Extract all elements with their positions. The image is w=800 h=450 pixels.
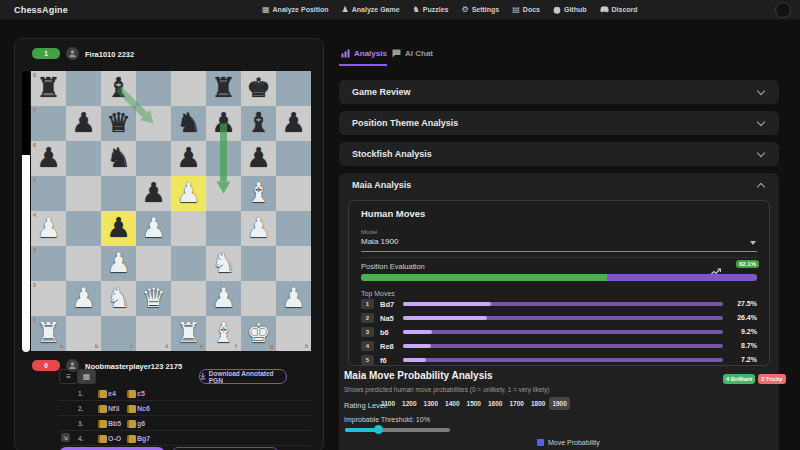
rating-button-1200[interactable]: 1200 (399, 397, 419, 410)
black-move[interactable]: Nc6 (137, 405, 150, 412)
board-square[interactable] (66, 71, 101, 106)
top-move-row[interactable]: 5f67.2% (361, 355, 757, 367)
board-square[interactable] (66, 176, 101, 211)
highlighted-square[interactable] (171, 176, 206, 211)
white-move[interactable]: e4 (108, 390, 116, 397)
board-square[interactable] (101, 246, 136, 281)
board-square[interactable] (31, 281, 66, 316)
board-square[interactable] (276, 106, 311, 141)
board-square[interactable] (276, 141, 311, 176)
chess-board[interactable]: 87654321abcdefgh♜♝♜♚♟♛♞♟♝♟♟♞♟♟♟♟♝♟♟♟♟♟♞♟… (31, 71, 311, 351)
board-square[interactable] (136, 106, 171, 141)
threshold-slider-thumb[interactable] (374, 425, 383, 434)
rating-button-1900[interactable]: 1900 (549, 397, 569, 410)
board-square[interactable] (171, 141, 206, 176)
board-square[interactable] (136, 281, 171, 316)
board-square[interactable] (31, 211, 66, 246)
nav-item-discord[interactable]: Discord (600, 6, 638, 13)
rating-button-1100[interactable]: 1100 (378, 397, 398, 410)
accordion-position-theme[interactable]: Position Theme Analysis (339, 111, 779, 135)
board-square[interactable] (206, 246, 241, 281)
top-move-row[interactable]: 3b69.2% (361, 327, 757, 339)
accordion-game-review[interactable]: Game Review (339, 80, 779, 104)
rating-button-1700[interactable]: 1700 (506, 397, 526, 410)
nav-item-analyze-position[interactable]: ▦Analyze Position (262, 6, 329, 14)
board-square[interactable] (206, 281, 241, 316)
board-square[interactable] (101, 71, 136, 106)
rating-button-1800[interactable]: 1800 (528, 397, 548, 410)
user-avatar[interactable] (775, 2, 791, 18)
board-square[interactable] (276, 281, 311, 316)
black-move[interactable]: c5 (137, 390, 145, 397)
board-square[interactable] (241, 211, 276, 246)
board-square[interactable] (276, 246, 311, 281)
top-move-row[interactable]: 2Na526.4% (361, 313, 757, 325)
board-square[interactable] (171, 281, 206, 316)
board-square[interactable] (31, 141, 66, 176)
board-square[interactable] (206, 176, 241, 211)
board-square[interactable] (171, 246, 206, 281)
board-square[interactable] (241, 176, 276, 211)
board-square[interactable] (276, 176, 311, 211)
board-square[interactable] (66, 211, 101, 246)
board-square[interactable] (31, 71, 66, 106)
board-square[interactable] (136, 176, 171, 211)
board-square[interactable] (136, 246, 171, 281)
nav-item-docs[interactable]: ▤Docs (512, 6, 540, 14)
list-view-toggle[interactable]: ≡ (59, 369, 78, 384)
board-square[interactable] (241, 71, 276, 106)
tab-ai-chat[interactable]: AI Chat (392, 49, 433, 58)
select-caret-icon[interactable] (750, 241, 756, 245)
black-move[interactable]: g6 (137, 420, 145, 427)
board-square[interactable] (136, 141, 171, 176)
app-logo[interactable]: ChessAgine (14, 5, 68, 15)
rating-button-1600[interactable]: 1600 (485, 397, 505, 410)
board-square[interactable] (171, 106, 206, 141)
top-move-row[interactable]: 1Bd727.5% (361, 299, 757, 311)
rating-button-1500[interactable]: 1500 (464, 397, 484, 410)
board-square[interactable] (206, 71, 241, 106)
board-square[interactable] (241, 281, 276, 316)
board-square[interactable] (136, 211, 171, 246)
board-square[interactable] (171, 211, 206, 246)
black-move[interactable]: Bg7 (137, 435, 150, 442)
highlighted-square[interactable] (101, 211, 136, 246)
board-square[interactable] (241, 246, 276, 281)
nav-item-github[interactable]: Github (553, 6, 587, 14)
top-move-row[interactable]: 4Re88.7% (361, 341, 757, 353)
board-square[interactable] (101, 106, 136, 141)
board-square[interactable] (276, 71, 311, 106)
accordion-stockfish[interactable]: Stockfish Analysis (339, 142, 779, 166)
table-view-toggle[interactable]: ▦ (77, 369, 96, 384)
board-square[interactable] (31, 176, 66, 211)
board-square[interactable] (66, 246, 101, 281)
expand-icon[interactable]: ⇲ (61, 433, 70, 442)
nav-item-puzzles[interactable]: ♞Puzzles (413, 6, 449, 14)
nav-item-settings[interactable]: ⚙Settings (461, 6, 499, 14)
accordion-maia-header[interactable]: Maia Analysis (339, 173, 779, 197)
board-square[interactable] (31, 106, 66, 141)
nav-item-analyze-game[interactable]: ♟Analyze Game (342, 6, 400, 14)
threshold-slider[interactable] (345, 428, 450, 432)
white-move[interactable]: O-O (108, 435, 121, 442)
model-select[interactable]: Maia 1900 (361, 237, 398, 246)
board-square[interactable] (206, 211, 241, 246)
board-square[interactable] (101, 141, 136, 176)
board-square[interactable] (66, 281, 101, 316)
board-square[interactable] (136, 71, 171, 106)
board-square[interactable] (171, 71, 206, 106)
rating-button-1400[interactable]: 1400 (442, 397, 462, 410)
tab-analysis[interactable]: Analysis (341, 49, 387, 58)
board-square[interactable] (101, 176, 136, 211)
board-square[interactable] (241, 141, 276, 176)
board-square[interactable] (31, 246, 66, 281)
board-square[interactable] (66, 141, 101, 176)
board-square[interactable] (101, 281, 136, 316)
board-square[interactable] (206, 106, 241, 141)
board-square[interactable] (241, 106, 276, 141)
board-square[interactable] (66, 106, 101, 141)
board-square[interactable] (276, 211, 311, 246)
rating-button-1300[interactable]: 1300 (421, 397, 441, 410)
download-pgn-button[interactable]: Download Annotated PGN (199, 369, 287, 384)
white-move[interactable]: Bb5 (108, 420, 121, 427)
